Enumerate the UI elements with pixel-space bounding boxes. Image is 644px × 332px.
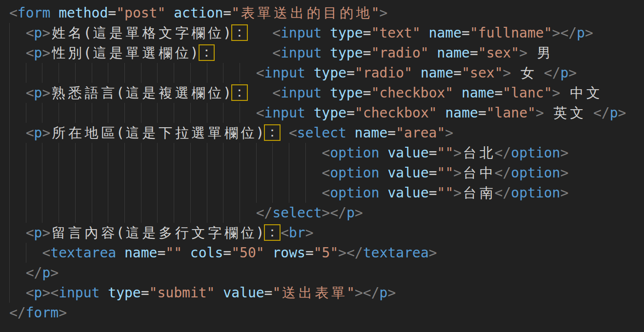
cjk-char: 行: [174, 223, 190, 243]
code-token: p: [380, 285, 388, 301]
code-token: select: [272, 205, 322, 221]
cjk-char: 台: [462, 163, 478, 183]
code-token: <: [289, 125, 297, 141]
cjk-char: 字: [206, 223, 223, 243]
indent-guides: [9, 83, 26, 103]
code-line[interactable]: </select></p>: [9, 203, 644, 223]
code-line[interactable]: <p>性別(這是單選欄位)： <input type="radio" name=…: [9, 43, 644, 63]
code-token: option: [511, 185, 560, 201]
code-token: textarea: [50, 245, 116, 261]
code-token: type: [100, 285, 141, 301]
code-token: (: [83, 45, 92, 61]
code-token: =: [108, 5, 116, 21]
code-token: =: [305, 245, 314, 261]
code-token: (: [83, 25, 92, 41]
code-token: option: [330, 185, 379, 201]
unicode-highlight-box: ：: [264, 124, 281, 141]
cjk-char: 出: [297, 283, 314, 303]
code-token: >: [429, 245, 437, 261]
code-token: <: [256, 105, 264, 121]
code-token: form: [18, 5, 50, 21]
code-token: <: [42, 245, 50, 261]
cjk-char: 地: [83, 123, 100, 143]
code-token: name: [116, 245, 157, 261]
code-line[interactable]: </p>: [9, 263, 644, 283]
code-token: >: [445, 125, 453, 141]
code-token: type: [305, 65, 346, 81]
cjk-char: 性: [50, 43, 67, 63]
code-token: >: [338, 245, 346, 261]
cjk-char: 選: [190, 123, 207, 143]
code-token: option: [330, 165, 379, 181]
code-line[interactable]: <p>熟悉語言(這是複選欄位)： <input type="checkbox" …: [9, 83, 644, 103]
indent-guides: [9, 263, 26, 283]
code-token: =: [141, 285, 149, 301]
cjk-char: 北: [478, 143, 495, 163]
code-line[interactable]: <p>姓名(這是單格文字欄位)： <input type="text" name…: [9, 23, 644, 43]
code-area[interactable]: <form method="post" action="表單送出的目的地"><p…: [9, 3, 644, 323]
cjk-char: 字: [174, 23, 190, 43]
code-token: >: [59, 305, 67, 321]
code-line[interactable]: <input type="checkbox" name="lane"> 英文 <…: [9, 103, 644, 123]
code-line[interactable]: <option value="">台南</option>: [9, 183, 644, 203]
cjk-char: 欄: [190, 23, 207, 43]
cjk-char: 地: [355, 3, 371, 23]
code-token: >: [42, 85, 50, 101]
cjk-char: 台: [462, 183, 478, 203]
code-token: >: [305, 225, 314, 241]
cjk-char: 文: [157, 23, 174, 43]
code-line[interactable]: <form method="post" action="表單送出的目的地">: [9, 3, 644, 23]
code-token: "": [437, 165, 454, 181]
code-line[interactable]: <option value="">台中</option>: [9, 163, 644, 183]
code-token: p: [34, 25, 42, 41]
code-token: input: [264, 65, 305, 81]
code-token: </: [495, 185, 511, 201]
code-token: </: [495, 165, 511, 181]
code-editor[interactable]: <form method="post" action="表單送出的目的地"><p…: [0, 0, 644, 332]
cjk-char: 下: [157, 123, 174, 143]
code-token: type: [322, 25, 362, 41]
code-token: [248, 25, 273, 41]
code-token: >: [560, 185, 568, 201]
code-token: >: [50, 265, 59, 281]
cjk-char: 是: [141, 123, 158, 143]
code-token: >: [453, 165, 462, 181]
code-token: name: [453, 85, 494, 101]
code-token: >: [519, 45, 527, 61]
code-line[interactable]: <p><input type="submit" value="送出表單"></p…: [9, 283, 644, 303]
code-line[interactable]: </form>: [9, 303, 644, 323]
code-line[interactable]: <input type="radio" name="sex"> 女 </p>: [9, 63, 644, 83]
code-token: [560, 85, 568, 101]
code-line[interactable]: <textarea name="" cols="50" rows="5"></t…: [9, 243, 644, 263]
code-token: input: [59, 285, 100, 301]
code-token: </: [363, 285, 380, 301]
code-token: "": [165, 245, 182, 261]
code-token: "": [437, 185, 454, 201]
code-token: =: [495, 85, 503, 101]
code-line[interactable]: <option value="">台北</option>: [9, 143, 644, 163]
indent-guides: [9, 143, 322, 163]
code-token: <: [272, 85, 281, 101]
code-line[interactable]: <p>所在地區(這是下拉選單欄位)： <select name="area">: [9, 123, 644, 143]
code-token: >: [453, 185, 462, 201]
cjk-char: 位: [240, 123, 256, 143]
code-token: "lanc": [503, 85, 552, 101]
code-token: name: [421, 25, 462, 41]
cjk-char: 容: [100, 223, 116, 243]
code-line[interactable]: <p>留言內容(這是多行文字欄位)：<br>: [9, 223, 644, 243]
code-token: ): [256, 225, 264, 241]
code-token: p: [34, 45, 42, 61]
code-token: >: [322, 205, 330, 221]
code-token: =: [363, 25, 371, 41]
cjk-char: 文: [568, 103, 585, 123]
indent-guides: [9, 23, 26, 43]
cjk-char: 男: [536, 43, 552, 63]
code-token: >: [503, 65, 511, 81]
code-token: >: [552, 25, 561, 41]
code-token: "area": [396, 125, 445, 141]
code-token: cols: [182, 245, 223, 261]
indent-guides: [9, 183, 322, 203]
code-token: </: [544, 65, 561, 81]
cjk-char: 欄: [157, 43, 174, 63]
indent-guides: [9, 63, 256, 83]
